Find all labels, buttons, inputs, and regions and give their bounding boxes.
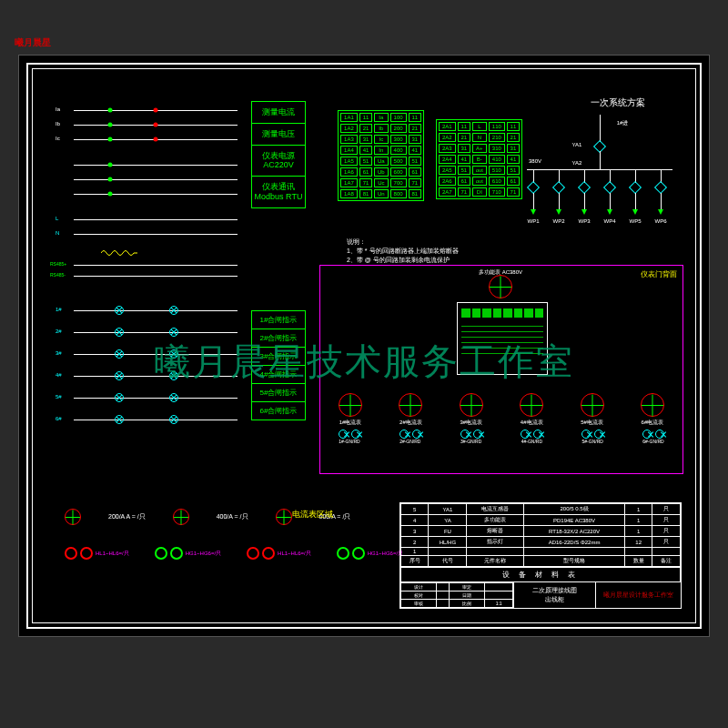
ct-tag: YA2 [572, 160, 582, 166]
ammeter-icon [276, 509, 292, 525]
meter-top-label: 多功能表 AC380V [479, 268, 522, 277]
ammeter-label: 4#电流表 [520, 419, 543, 427]
ind-6: 6#合闸指示 [252, 402, 305, 420]
oneline-title: 一次系统方案 [591, 96, 645, 109]
drawing-notes: 说明： 1、带 * 号的回路断路器上端加装熔断器 2、带 @ 号的回路加装剩余电… [347, 238, 459, 264]
ammeter-icon [460, 393, 483, 417]
tag-n: N [56, 230, 59, 236]
incoming-label: 1#进 [617, 119, 629, 127]
ammeter-icon [520, 393, 543, 417]
bus-voltage: 380V [529, 158, 541, 164]
drawing-canvas: 测量电流 测量电压 仪表电源 AC220V 仪表通讯 Modbus RTU 1#… [18, 55, 710, 637]
titleblock-company: 曦月晨星设计服务工作室 [595, 582, 681, 608]
ind-4: 4#合闸指示 [252, 366, 305, 384]
terminal-panel-box [457, 302, 548, 375]
page-corner-label: 曦月晨星 [15, 36, 51, 49]
ammeter-icon [399, 393, 422, 417]
lamp-legend: HL1~HL6=/只HG1~HG6=/只HL1~HL6=/只HG1~HG6=/只 [65, 547, 403, 560]
tag-rs485p: RS485+ [50, 261, 66, 267]
main-cb-tag: YA1 [572, 142, 582, 147]
ind-3: 3#合闸指示 [252, 348, 305, 366]
ammeter-txt-2: 400/A = /只 [217, 512, 248, 521]
meas-power: 仪表电源 AC220V [252, 146, 305, 177]
measurement-block: 测量电流 测量电压 仪表电源 AC220V 仪表通讯 Modbus RTU [251, 101, 306, 208]
ammeter-zone-title: 电流表区域 [292, 509, 333, 521]
indicator-block: 1#合闸指示 2#合闸指示 3#合闸指示 4#合闸指示 5#合闸指示 6#合闸指… [251, 310, 306, 420]
titleblock-signatures: 设计审定校对日期审核比例1:1 [400, 582, 513, 608]
note-2: 2、带 @ 号的回路加装剩余电流保护 [347, 256, 459, 265]
ind-5: 5#合闸指示 [252, 384, 305, 402]
meas-current: 测量电流 [252, 102, 305, 124]
ammeter-label: 2#电流表 [399, 419, 422, 427]
ammeter-icon [65, 509, 81, 525]
tag-rs485n: RS485- [50, 272, 66, 278]
tag-ia: Ia [56, 106, 60, 112]
ammeter-row: 1#电流表2#电流表3#电流表4#电流表5#电流表6#电流表 [339, 393, 664, 427]
ammeter-icon [339, 393, 362, 417]
drawing-name-2: 出线柜 [545, 595, 564, 604]
ammeter-label: 6#电流表 [641, 419, 664, 427]
single-line-diagram: 1#进 YA1 YA2 380V WP1 WP2 WP3 WP4 WP5 [522, 115, 677, 242]
ind-2: 2#合闸指示 [252, 329, 305, 348]
ammeter-icon [581, 393, 604, 417]
note-head: 说明： [347, 238, 459, 247]
meas-voltage: 测量电压 [252, 124, 305, 146]
panel-title: 仪表门背面 [641, 269, 677, 279]
fuse-coil-icon [101, 245, 137, 254]
ammeter-label: 5#电流表 [581, 419, 604, 427]
ammeter-icon [641, 393, 664, 417]
ind-1: 1#合闸指示 [252, 311, 305, 329]
tag-ic: Ic [56, 136, 60, 141]
bom-table: 5YA1电流互感器200/5 0.5级1只4YA多功能表PD194E AC380… [400, 503, 681, 567]
ammeter-label: 1#电流表 [339, 419, 362, 427]
ammeter-label: 3#电流表 [460, 419, 483, 427]
panel-layout: 仪表门背面 多功能表 AC380V 1#电流表2#电流表3#电流表4#电流表5#… [319, 265, 683, 474]
bom-titleblock: 5YA1电流互感器200/5 0.5级1只4YA多功能表PD194E AC380… [399, 502, 682, 609]
secondary-schematic: Ia Ib Ic L N RS485+ RS485- [56, 101, 247, 438]
lamp-row: 1#-GN/RD2#-GN/RD3#-GN/RD4#-GN/RD5#-GN/RD… [339, 430, 664, 444]
terminal-table-1: 1A111Ia100111A221Ib200211A331Ic300311A44… [338, 110, 424, 201]
multifunction-meter-icon [489, 275, 512, 298]
tag-ib: Ib [56, 121, 60, 126]
meas-comm: 仪表通讯 Modbus RTU [252, 177, 305, 207]
drawing-name-1: 二次原理接线图 [532, 586, 577, 595]
terminal-table-2: 2A111L110112A221N210212A331A+310312A441B… [436, 119, 522, 199]
bom-title: 设 备 材 料 表 [400, 567, 681, 582]
ammeter-txt-1: 200/A A = /只 [108, 512, 146, 521]
outer-frame: 测量电流 测量电压 仪表电源 AC220V 仪表通讯 Modbus RTU 1#… [26, 63, 702, 629]
tag-l: L [56, 216, 58, 221]
ammeter-icon [173, 509, 189, 525]
note-1: 1、带 * 号的回路断路器上端加装熔断器 [347, 247, 459, 256]
titleblock-drawing-name: 二次原理接线图 出线柜 [513, 582, 595, 608]
